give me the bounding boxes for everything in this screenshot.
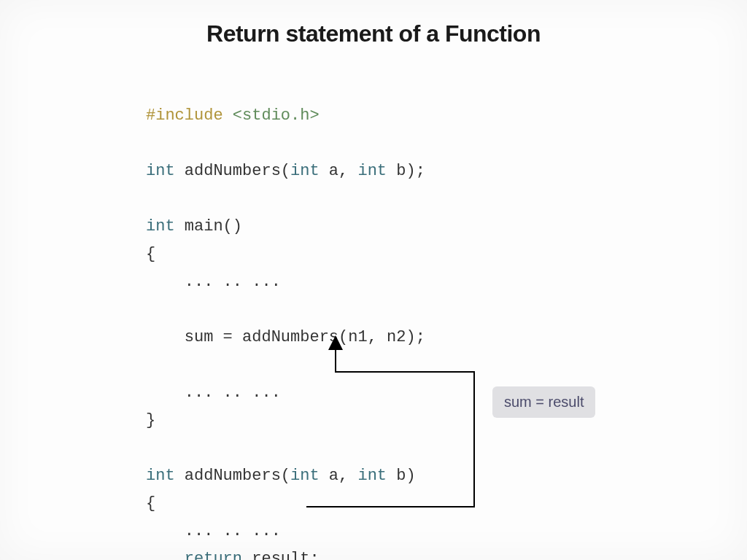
code-line-brace: { <box>146 241 425 268</box>
annotation-badge: sum = result <box>492 386 595 418</box>
token-param-b: b) <box>387 467 416 485</box>
code-line-ellipsis: ... .. ... <box>146 379 425 407</box>
token-include: #include <box>146 106 223 125</box>
token-int: int <box>146 467 175 485</box>
token-fn-name: addNumbers( <box>175 162 290 180</box>
code-block: #include <stdio.h> int addNumbers(int a,… <box>146 102 425 560</box>
code-line-ellipsis: ... .. ... <box>146 518 425 545</box>
code-line-main: int main() <box>146 213 425 241</box>
token-return: return <box>146 550 242 560</box>
page-title: Return statement of a Function <box>0 20 747 47</box>
token-int: int <box>146 162 175 180</box>
token-int: int <box>290 467 320 485</box>
token-int: int <box>357 162 387 180</box>
token-int: int <box>290 162 320 180</box>
token-int: int <box>146 217 175 236</box>
code-line-return: return result; <box>146 545 425 560</box>
code-line-sum-call: sum = addNumbers(n1, n2); <box>146 324 425 351</box>
code-line-definition: int addNumbers(int a, int b) <box>146 462 425 490</box>
token-param-a: a, <box>320 467 358 485</box>
code-line-brace: { <box>146 490 425 518</box>
code-line-brace: } <box>146 407 425 435</box>
token-param-b: b); <box>387 162 425 180</box>
token-fn-name: addNumbers( <box>175 467 290 485</box>
token-result: result; <box>242 550 320 560</box>
code-line-include: #include <stdio.h> <box>146 102 425 130</box>
token-int: int <box>357 467 387 485</box>
token-param-a: a, <box>320 162 358 180</box>
token-main: main() <box>175 217 242 236</box>
code-line-prototype: int addNumbers(int a, int b); <box>146 158 425 185</box>
token-stdio: <stdio.h> <box>233 106 320 125</box>
code-line-ellipsis: ... .. ... <box>146 268 425 296</box>
